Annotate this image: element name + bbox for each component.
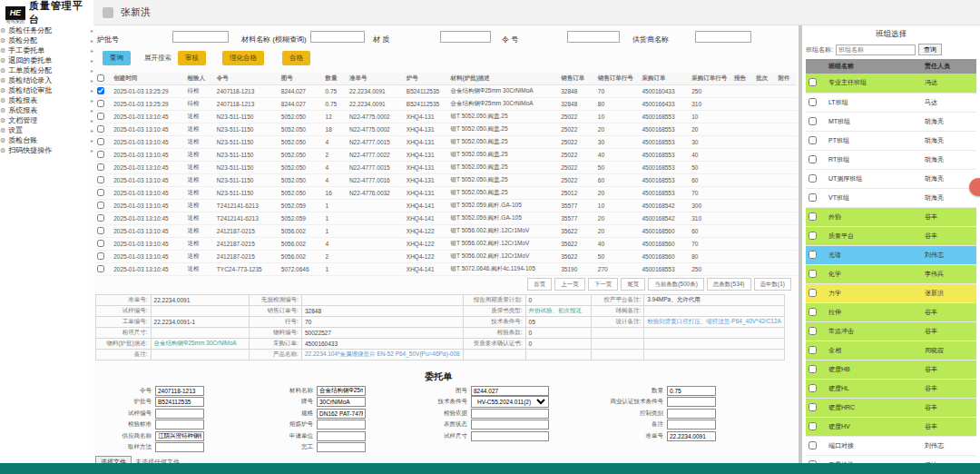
- remark-field[interactable]: [667, 420, 716, 430]
- team-person-link[interactable]: 刘伟志: [922, 245, 976, 264]
- query-button[interactable]: 查询: [103, 51, 131, 65]
- cell-order-no-link[interactable]: N23-511-1150: [215, 186, 279, 199]
- sidebar-item[interactable]: ⚙ 退回的委托单 ▸: [0, 55, 93, 65]
- team-row[interactable]: RT班组 胡海亮: [806, 150, 976, 169]
- row-checkbox[interactable]: [97, 227, 104, 234]
- sidebar-item[interactable]: ⚙ 工单质检分配 ▸: [0, 65, 93, 75]
- team-row-checkbox[interactable]: [808, 136, 817, 144]
- surface-state-field[interactable]: [471, 420, 549, 430]
- team-row[interactable]: 硬度HB 谷丰: [806, 360, 976, 379]
- table-row[interactable]: 2025-01-03 13:10:45 送检 N23-511-1150 5052…: [95, 123, 797, 135]
- team-person-link[interactable]: 谷丰: [922, 417, 976, 436]
- team-row[interactable]: 硬度HV 谷丰: [806, 417, 976, 436]
- row-checkbox[interactable]: [97, 151, 104, 158]
- team-row[interactable]: 光谱 刘伟志: [806, 245, 976, 264]
- cell-order-no-link[interactable]: N23-511-1150: [215, 123, 279, 135]
- page-size-info[interactable]: 当前条数(500条): [648, 278, 704, 291]
- team-row-checkbox[interactable]: [808, 251, 817, 259]
- cell-order-no-link[interactable]: N23-511-1150: [215, 110, 279, 123]
- permit-no-field[interactable]: [667, 431, 716, 441]
- cell-order-no-link[interactable]: 2412187-0215: [215, 224, 279, 237]
- sidebar-item[interactable]: ⚙ 文档管理 ▸: [0, 115, 93, 125]
- order-no-field[interactable]: [155, 386, 204, 396]
- pass-button[interactable]: 合格: [282, 51, 310, 65]
- team-row-checkbox[interactable]: [808, 422, 817, 430]
- row-checkbox[interactable]: [97, 214, 104, 222]
- team-row[interactable]: 端口对接 刘伟志: [806, 436, 976, 455]
- team-person-link[interactable]: 胡海亮: [922, 150, 976, 169]
- team-person-link[interactable]: 马达: [922, 93, 976, 112]
- first-page-button[interactable]: 首页: [527, 278, 552, 291]
- cell-order-no-link[interactable]: N23-511-1150: [215, 161, 279, 173]
- material-name-field[interactable]: [317, 386, 366, 396]
- material-name-input[interactable]: [310, 31, 365, 43]
- order-no-input[interactable]: [567, 31, 620, 43]
- team-row-checkbox[interactable]: [808, 78, 817, 86]
- team-person-link[interactable]: 谷丰: [922, 226, 976, 245]
- team-row[interactable]: 硬度HL 谷丰: [806, 379, 976, 398]
- cell-order-no-link[interactable]: T2412141-6213: [215, 199, 279, 212]
- row-checkbox[interactable]: [97, 100, 104, 107]
- detail-value product-name-link[interactable]: 22.2234.104*金属缠绕垫片 EN-52 P64_50V(Pu=46Pa…: [301, 350, 463, 360]
- supplier-name-field[interactable]: [155, 431, 204, 441]
- cell-order-no-link[interactable]: N23-511-1150: [215, 148, 279, 161]
- team-person-link[interactable]: 谷丰: [922, 321, 976, 341]
- team-row-checkbox[interactable]: [808, 308, 817, 316]
- team-row-checkbox[interactable]: [808, 403, 817, 411]
- team-row[interactable]: 化学 李伟兵: [806, 264, 976, 283]
- lot-no-field[interactable]: [155, 397, 204, 407]
- team-person-link[interactable]: 刘伟志: [922, 436, 976, 455]
- row-checkbox[interactable]: [97, 252, 104, 260]
- sidebar-item[interactable]: ⚙ 质检台账 ▸: [0, 135, 93, 145]
- last-page-button[interactable]: 尾页: [621, 278, 645, 291]
- team-person-link[interactable]: 张新洪: [922, 283, 976, 302]
- row-checkbox[interactable]: [97, 202, 104, 209]
- team-row-checkbox[interactable]: [808, 117, 817, 125]
- table-row[interactable]: 2025-01-03 13:10:45 送检 2412187-0215 5056…: [95, 224, 797, 237]
- table-row[interactable]: 2025-01-03 13:10:45 送检 N23-511-1150 5052…: [95, 186, 797, 199]
- team-person-link[interactable]: 胡海亮: [922, 112, 976, 131]
- team-row[interactable]: 硬度HRC 谷丰: [806, 398, 976, 417]
- sidebar-item[interactable]: ⚙ 质检报表 ▸: [0, 95, 93, 105]
- table-row[interactable]: 2025-01-03 13:10:45 送检 2412187-0215 5056…: [95, 237, 797, 250]
- sidebar-item[interactable]: ⚙ 手工委托单 ▸: [0, 45, 93, 55]
- sidebar-item[interactable]: ⚙ 质检结论审批 ▸: [0, 85, 93, 95]
- row-checkbox[interactable]: [97, 87, 104, 94]
- team-person-link[interactable]: 谷丰: [922, 398, 976, 417]
- cell-order-no-link[interactable]: N23-511-1150: [215, 135, 279, 148]
- team-search-button[interactable]: 查询: [918, 44, 942, 55]
- team-person-link[interactable]: 谷丰: [922, 360, 976, 379]
- table-row[interactable]: 2025-01-03 13:10:45 送检 2412187-0215 5056…: [95, 250, 797, 262]
- cell-order-no-link[interactable]: 2407118-1213: [215, 84, 279, 97]
- row-checkbox[interactable]: [97, 138, 104, 145]
- cell-order-no-link[interactable]: T2412141-6213: [215, 212, 279, 224]
- sample-size-field[interactable]: [471, 431, 549, 441]
- team-row[interactable]: 金相 周晓霞: [806, 341, 976, 360]
- material-input[interactable]: [440, 31, 491, 43]
- selected-count-info[interactable]: 选中数(1): [754, 278, 791, 291]
- team-row-checkbox[interactable]: [808, 270, 817, 278]
- team-row-checkbox[interactable]: [808, 155, 817, 163]
- finish-field[interactable]: [317, 442, 366, 452]
- sidebar-item[interactable]: ⚙ 系统报表 ▸: [0, 105, 93, 115]
- next-page-button[interactable]: 下一页: [588, 278, 619, 291]
- spec-field[interactable]: [317, 409, 366, 419]
- cell-order-no-link[interactable]: N23-511-1150: [215, 173, 279, 186]
- row-checkbox[interactable]: [97, 240, 104, 247]
- menu-icon[interactable]: [103, 7, 113, 18]
- team-person-link[interactable]: 谷丰: [922, 207, 976, 226]
- qty-field[interactable]: [667, 386, 716, 396]
- table-row[interactable]: 2025-01-03 13:10:45 送检 N23-511-1150 5052…: [95, 148, 797, 161]
- team-row[interactable]: 常温冲击 谷丰: [806, 321, 976, 341]
- team-person-link[interactable]: 胡海亮: [922, 188, 976, 207]
- tech-condition-select[interactable]: HV-C55.2024.011(2): [471, 396, 549, 408]
- audit-button[interactable]: 审核: [178, 51, 206, 65]
- select-all-header[interactable]: [95, 73, 112, 84]
- team-row-checkbox[interactable]: [808, 365, 817, 373]
- drawing-no-field[interactable]: [471, 386, 549, 396]
- team-row[interactable]: LT班组 马达: [806, 93, 976, 112]
- total-count-info[interactable]: 总条数(534): [707, 278, 751, 291]
- team-row-checkbox[interactable]: [808, 212, 817, 221]
- table-row[interactable]: 2025-01-03 13:10:45 送检 N23-511-1150 5052…: [95, 110, 797, 123]
- team-row[interactable]: PT班组 胡海亮: [806, 131, 976, 150]
